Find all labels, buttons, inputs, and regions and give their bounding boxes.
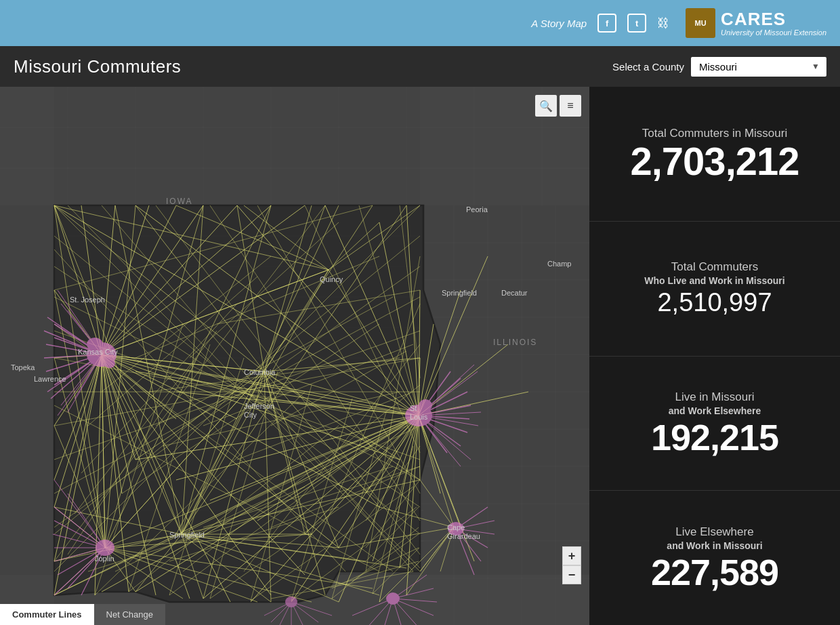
svg-rect-4 bbox=[0, 87, 54, 625]
live-work-value: 2,510,997 bbox=[657, 289, 772, 317]
main-content: Kansas City Columbia JeffersonCity StLou… bbox=[0, 87, 840, 625]
legend-button[interactable]: ≡ bbox=[560, 95, 581, 117]
zoom-out-button[interactable]: − bbox=[562, 565, 581, 584]
live-work-sublabel: Who Live and Work in Missouri bbox=[644, 275, 784, 286]
live-elsewhere-block: Live in Missouri and Work Elsewhere 192,… bbox=[589, 357, 840, 491]
county-selector: Select a County Missouri Adair Andrew At… bbox=[612, 57, 826, 77]
top-navigation: A Story Map f t ⛓ MU CARES University of… bbox=[0, 0, 840, 46]
page-title: Missouri Commuters bbox=[14, 56, 181, 77]
map-tabs: Commuter Lines Net Change bbox=[0, 604, 165, 625]
total-commuters-value: 2,703,212 bbox=[630, 142, 799, 181]
search-map-button[interactable]: 🔍 bbox=[535, 95, 557, 117]
county-dropdown[interactable]: Missouri Adair Andrew Atchison bbox=[691, 57, 826, 77]
zoom-in-button[interactable]: + bbox=[562, 546, 581, 565]
live-elsewhere-value: 192,215 bbox=[651, 419, 778, 456]
net-change-tab[interactable]: Net Change bbox=[94, 604, 165, 625]
commuter-lines-tab[interactable]: Commuter Lines bbox=[0, 604, 94, 625]
work-missouri-block: Live Elsewhere and Work in Missouri 227,… bbox=[589, 491, 840, 625]
map-area[interactable]: Kansas City Columbia JeffersonCity StLou… bbox=[0, 87, 589, 625]
total-commuters-block: Total Commuters in Missouri 2,703,212 bbox=[589, 87, 840, 222]
work-missouri-value: 227,589 bbox=[651, 554, 778, 590]
svg-rect-2 bbox=[420, 87, 589, 625]
county-dropdown-wrapper: Missouri Adair Andrew Atchison ▼ bbox=[691, 57, 826, 77]
total-commuters-label: Total Commuters in Missouri bbox=[642, 127, 787, 140]
story-map-link[interactable]: A Story Map bbox=[531, 18, 587, 29]
header-bar: Missouri Commuters Select a County Misso… bbox=[0, 46, 840, 87]
live-elsewhere-sublabel: and Work Elsewhere bbox=[669, 405, 761, 416]
live-work-label: Total Commuters bbox=[671, 260, 758, 274]
map-svg bbox=[0, 87, 589, 625]
live-work-block: Total Commuters Who Live and Work in Mis… bbox=[589, 222, 840, 357]
zoom-controls: + − bbox=[562, 546, 581, 584]
link-icon[interactable]: ⛓ bbox=[657, 16, 669, 31]
svg-point-286 bbox=[104, 359, 115, 368]
work-missouri-label: Live Elsewhere bbox=[675, 525, 753, 539]
twitter-button[interactable]: t bbox=[627, 14, 646, 33]
cares-title: CARES bbox=[721, 9, 826, 29]
facebook-button[interactable]: f bbox=[597, 14, 616, 33]
cares-subtitle: University of Missouri Extension bbox=[721, 28, 826, 37]
work-missouri-sublabel: and Work in Missouri bbox=[667, 540, 762, 551]
county-label: Select a County bbox=[612, 61, 684, 73]
right-panel: Total Commuters in Missouri 2,703,212 To… bbox=[589, 87, 840, 625]
mu-shield-icon: MU bbox=[686, 8, 715, 38]
live-elsewhere-label: Live in Missouri bbox=[675, 390, 754, 404]
cares-text: CARES University of Missouri Extension bbox=[721, 9, 826, 37]
map-toolbar: 🔍 ≡ bbox=[535, 95, 581, 117]
cares-logo: MU CARES University of Missouri Extensio… bbox=[686, 8, 826, 38]
